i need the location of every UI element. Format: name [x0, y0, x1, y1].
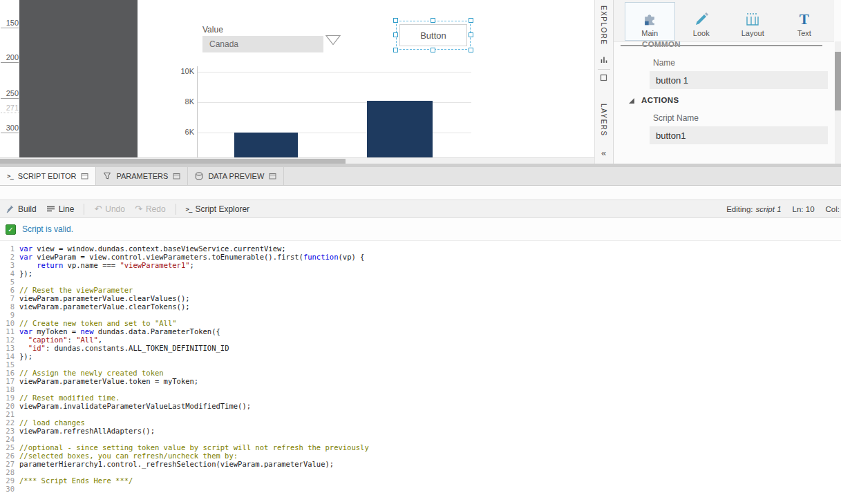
popout-icon[interactable]: [173, 173, 180, 180]
selection-handle[interactable]: [393, 18, 398, 23]
tab-label: Layout: [741, 29, 764, 37]
metrics-icon[interactable]: [600, 55, 608, 64]
horizontal-scrollbar[interactable]: [0, 157, 595, 164]
code-line[interactable]: 24: [0, 435, 841, 443]
left-chart-bar[interactable]: [19, 0, 138, 157]
code-line[interactable]: 7viewParam.parameterValue.clearValues();: [0, 294, 841, 302]
code-line[interactable]: 25//optional - since setting token value…: [0, 443, 841, 452]
script-explorer-button[interactable]: >_ Script Explorer: [186, 204, 250, 214]
properties-panel: Main Look Layout T Text COMMON: [614, 0, 841, 164]
selection-handle[interactable]: [393, 48, 398, 52]
tab-main[interactable]: Main: [625, 2, 675, 41]
brush-icon: [694, 10, 709, 27]
code-editor[interactable]: 1var view = window.dundas.context.baseVi…: [0, 241, 841, 504]
button-widget[interactable]: Button: [399, 24, 467, 46]
code-line[interactable]: 29/*** Script Ends Here ***/: [0, 476, 841, 485]
code-line[interactable]: 20viewParam.invalidateParameterValueLast…: [0, 402, 841, 410]
code-line[interactable]: 22// load changes: [0, 418, 841, 427]
validation-status-bar: ✓ Script is valid.: [0, 218, 841, 241]
line-number: 14: [0, 352, 19, 360]
code-line[interactable]: 13 "id": dundas.constants.ALL_TOKEN_DEFI…: [0, 344, 841, 352]
section-common-header[interactable]: COMMON: [621, 39, 822, 52]
code-line[interactable]: 23viewParam.refreshAllAdapters();: [0, 427, 841, 435]
line-number: 16: [0, 369, 19, 377]
line-number: 10: [0, 319, 19, 327]
line-number: 9: [0, 311, 19, 319]
explore-tab[interactable]: EXPLORE: [600, 6, 607, 46]
popout-icon[interactable]: [81, 173, 88, 180]
code-text: });: [19, 269, 32, 278]
dashboard-canvas[interactable]: 150 200 250 271 300 Value Canada 10K 8K …: [0, 0, 595, 164]
line-number: 18: [0, 385, 19, 394]
code-text: viewParam.refreshAllAdapters();: [19, 427, 155, 435]
code-line[interactable]: 21: [0, 410, 841, 418]
tab-look[interactable]: Look: [677, 2, 727, 41]
tab-content-gap: [0, 186, 841, 200]
code-line[interactable]: 4});: [0, 269, 841, 278]
button-label: Line: [59, 204, 75, 214]
chart-bar[interactable]: [234, 133, 298, 157]
parameter-dropdown[interactable]: Canada: [202, 36, 323, 52]
vertical-scrollbar[interactable]: [835, 41, 841, 164]
line-number: 30: [0, 485, 19, 493]
tab-script-editor[interactable]: >_ SCRIPT EDITOR: [0, 167, 96, 185]
code-line[interactable]: 2var viewParam = view.control.viewParame…: [0, 253, 841, 261]
name-input[interactable]: [650, 71, 828, 89]
code-line[interactable]: 18: [0, 385, 841, 394]
undo-button[interactable]: ↶ Undo: [94, 204, 125, 214]
selection-handle[interactable]: [469, 32, 473, 37]
code-line[interactable]: 1var view = window.dundas.context.baseVi…: [0, 244, 841, 253]
code-line[interactable]: 30: [0, 485, 841, 493]
selection-handle[interactable]: [431, 48, 435, 52]
y-axis-tick: 6K: [173, 128, 194, 136]
selection-handle[interactable]: [469, 18, 473, 23]
line-button[interactable]: Line: [46, 204, 75, 214]
checkbox-icon[interactable]: [600, 74, 607, 81]
selection-handle[interactable]: [469, 48, 473, 52]
y-axis-tick: 8K: [173, 97, 194, 106]
code-line[interactable]: 3 return vp.name === "viewParameter1";: [0, 261, 841, 269]
layers-tab[interactable]: LAYERS: [600, 104, 607, 137]
code-line[interactable]: 5: [0, 278, 841, 286]
selection-handle[interactable]: [393, 32, 398, 37]
code-line[interactable]: 26//selected boxes, you can refresh/unch…: [0, 452, 841, 460]
section-actions-header[interactable]: ACTIONS: [629, 96, 679, 104]
selection-handle[interactable]: [431, 18, 435, 23]
code-text: //selected boxes, you can refresh/unchec…: [19, 452, 238, 460]
terminal-icon: >_: [186, 206, 192, 213]
layout-grid-icon: [745, 10, 760, 27]
code-line[interactable]: 16// Assign the newly created token: [0, 369, 841, 377]
popout-icon[interactable]: [269, 173, 276, 180]
code-line[interactable]: 8viewParam.parameterValue.clearTokens();: [0, 302, 841, 311]
code-line[interactable]: 11var myToken = new dundas.data.Paramete…: [0, 327, 841, 336]
code-line[interactable]: 27parameterHierarchy1.control._refreshSe…: [0, 460, 841, 468]
tab-parameters[interactable]: PARAMETERS: [96, 167, 188, 185]
tab-layout[interactable]: Layout: [728, 2, 778, 41]
code-line[interactable]: 14});: [0, 352, 841, 360]
scrollbar-thumb[interactable]: [0, 159, 346, 164]
line-number: 29: [0, 476, 19, 485]
code-text: return vp.name === "viewParameter1";: [19, 261, 194, 269]
tab-data-preview[interactable]: DATA PREVIEW: [188, 167, 284, 185]
code-line[interactable]: 9: [0, 311, 841, 319]
code-lines: 1var view = window.dundas.context.baseVi…: [0, 244, 841, 493]
code-text: "id": dundas.constants.ALL_TOKEN_DEFINIT…: [19, 344, 229, 352]
selection-outline: Button: [396, 21, 471, 50]
scrollbar-thumb[interactable]: [835, 52, 841, 110]
chart-bar[interactable]: [367, 101, 433, 157]
section-title: ACTIONS: [641, 96, 679, 104]
code-line[interactable]: 28: [0, 468, 841, 476]
code-line[interactable]: 12 "caption": "All",: [0, 336, 841, 344]
code-line[interactable]: 10// Create new token and set to "All": [0, 319, 841, 327]
redo-button[interactable]: ↷ Redo: [135, 204, 166, 214]
line-number: 22: [0, 418, 19, 427]
tab-text[interactable]: T Text: [779, 2, 830, 41]
script-name-input[interactable]: [650, 126, 828, 144]
code-line[interactable]: 19// Reset modified time.: [0, 394, 841, 402]
code-line[interactable]: 17viewParam.parameterValue.token = myTok…: [0, 377, 841, 385]
code-line[interactable]: 6// Reset the viewParameter: [0, 286, 841, 294]
collapse-panel-icon[interactable]: «: [601, 148, 606, 158]
build-button[interactable]: Build: [6, 204, 37, 214]
dropdown-arrow-icon[interactable]: [325, 35, 341, 46]
code-line[interactable]: 15: [0, 360, 841, 369]
